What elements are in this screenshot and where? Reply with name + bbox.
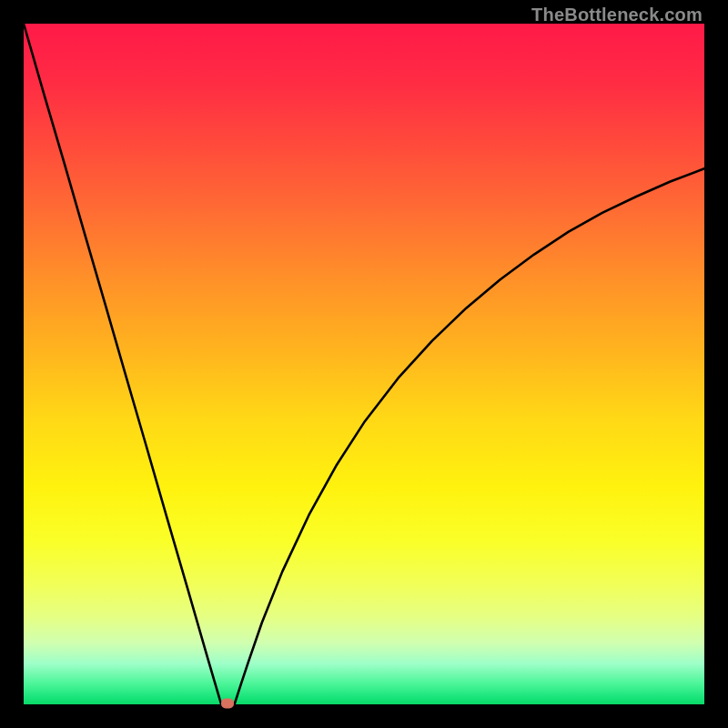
plot-gradient-area: [24, 24, 704, 704]
min-marker: [221, 699, 234, 709]
watermark-text: TheBottleneck.com: [531, 5, 703, 25]
